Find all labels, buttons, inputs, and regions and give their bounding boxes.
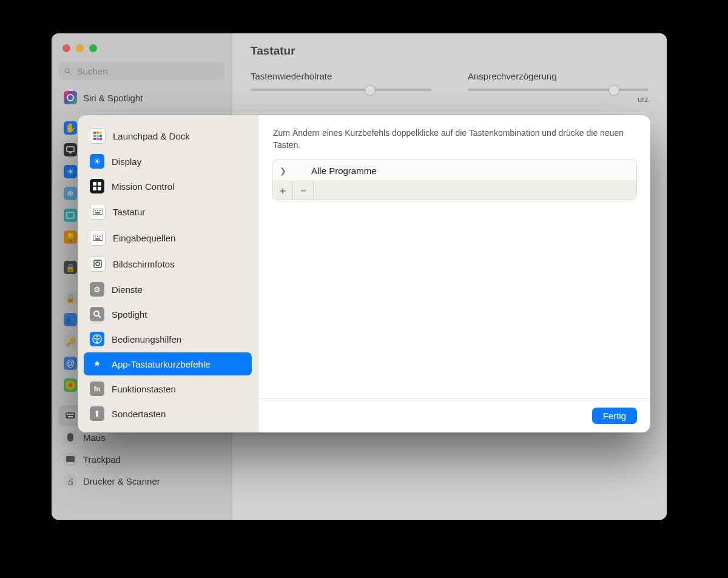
fn-icon: fn (90, 381, 104, 396)
svg-rect-30 (94, 260, 101, 267)
slider-label-delay: Ansprechverzögerung (468, 71, 649, 81)
category-item[interactable]: Bildschirmfotos (84, 252, 252, 276)
gears-icon: ⚙ (90, 282, 104, 297)
svg-rect-3 (67, 147, 74, 152)
svg-point-23 (99, 210, 101, 211)
sidebar-item-label: Drucker & Scanner (83, 476, 160, 486)
category-item[interactable]: Tastatur (84, 200, 252, 224)
table-toolbar: ＋ － (272, 181, 636, 200)
close-button[interactable] (62, 44, 70, 52)
category-item[interactable]: Mission Control (84, 175, 252, 198)
bulb-icon: 💡 (64, 230, 77, 244)
category-label: Eingabequellen (113, 233, 175, 243)
display-icon (64, 143, 77, 156)
category-item[interactable]: Eingabequellen (84, 226, 252, 250)
done-button[interactable]: Fertig (592, 408, 637, 424)
svg-point-21 (95, 210, 96, 211)
category-item[interactable]: Launchpad & Dock (84, 124, 252, 148)
category-label: Tastatur (113, 207, 145, 217)
key-icon: 🔑 (64, 335, 77, 348)
window-controls (59, 39, 224, 62)
svg-rect-7 (67, 414, 68, 415)
category-item[interactable]: ⚙Dienste (84, 278, 252, 301)
gamecenter-icon (64, 378, 77, 392)
category-item[interactable]: Spotlight (84, 303, 252, 326)
svg-rect-17 (98, 182, 101, 186)
category-label: Display (112, 156, 141, 167)
category-item[interactable]: ⬆Sondertasten (84, 402, 252, 425)
key-repeat-slider[interactable] (251, 89, 431, 91)
shortcuts-table: ❯ Alle Programme ＋ － (272, 160, 637, 200)
table-row[interactable]: ❯ Alle Programme (272, 160, 636, 181)
siri-icon (64, 91, 77, 104)
svg-point-2 (67, 95, 73, 101)
add-button[interactable]: ＋ (272, 181, 293, 200)
category-item[interactable]: fnFunktionstasten (84, 377, 252, 400)
svg-point-32 (94, 311, 99, 316)
svg-rect-20 (93, 209, 103, 215)
hand-icon: ✋ (64, 121, 77, 135)
sidebar-item-label: Siri & Spotlight (83, 93, 143, 103)
search-field[interactable] (59, 62, 224, 80)
svg-rect-12 (67, 433, 73, 442)
sheet-main: Zum Ändern eines Kurzbefehls doppelklick… (258, 115, 650, 432)
flower-icon: ❄ (64, 187, 77, 200)
category-label: Dienste (112, 284, 143, 295)
zoom-button[interactable] (89, 44, 97, 52)
svg-rect-19 (98, 187, 101, 190)
short-label: urz (251, 95, 649, 104)
sheet-footer: Fertig (258, 398, 650, 432)
category-item[interactable]: Bedienungshilfen (84, 328, 252, 351)
sidebar-item[interactable]: Trackpad (59, 449, 224, 469)
search-icon (64, 67, 72, 76)
launchpad-icon (90, 128, 106, 144)
sidebar-item[interactable]: 🖨Drucker & Scanner (59, 471, 224, 491)
svg-rect-24 (95, 212, 100, 213)
svg-point-28 (99, 236, 101, 237)
chevron-right-icon: ❯ (280, 166, 291, 175)
svg-point-22 (97, 210, 98, 211)
svg-point-35 (96, 336, 98, 338)
svg-rect-13 (66, 456, 75, 462)
category-label: App-Tastaturkurzbefehle (112, 359, 211, 369)
svg-rect-16 (93, 182, 96, 186)
category-label: Spotlight (112, 309, 147, 320)
svg-rect-5 (67, 212, 74, 218)
upkey-icon: ⬆ (90, 406, 104, 421)
printer-icon: 🖨 (64, 474, 77, 488)
svg-line-33 (98, 315, 101, 318)
category-label: Bildschirmfotos (113, 259, 175, 269)
category-item[interactable]: ☀Display (84, 150, 252, 173)
remove-button[interactable]: － (293, 181, 314, 200)
category-label: Bedienungshilfen (112, 334, 181, 344)
svg-rect-25 (93, 235, 103, 241)
category-item[interactable]: App-Tastaturkurzbefehle (84, 352, 252, 375)
keyboard-icon (64, 409, 77, 422)
accessibility-icon (90, 332, 104, 346)
category-sidebar: Launchpad & Dock☀DisplayMission ControlT… (78, 115, 258, 432)
screenshot-icon (64, 209, 77, 222)
delay-slider[interactable] (468, 89, 649, 91)
mouse-icon (64, 431, 77, 444)
sidebar-item-label: Trackpad (83, 454, 121, 465)
trackpad-icon (64, 452, 77, 466)
category-label: Sondertasten (112, 409, 166, 419)
users-icon: 👥 (64, 313, 77, 326)
svg-rect-8 (69, 414, 70, 415)
page-title: Tastatur (251, 44, 649, 58)
lock-icon: 🔒 (64, 261, 77, 274)
at-icon: @ (64, 357, 77, 370)
sidebar-item-label: Maus (83, 432, 106, 443)
search-input[interactable] (76, 66, 220, 77)
svg-point-31 (96, 262, 99, 266)
sidebar-item[interactable]: Siri & Spotlight (59, 87, 224, 108)
shortcuts-sheet: Launchpad & Dock☀DisplayMission ControlT… (78, 115, 650, 432)
magnify-icon (90, 307, 104, 321)
slider-label-repeat: Tastenwiederholrate (251, 71, 431, 81)
sheet-description: Zum Ändern eines Kurzbefehls doppelklick… (258, 115, 650, 160)
svg-rect-18 (93, 187, 96, 190)
minimize-button[interactable] (76, 44, 84, 52)
row-group-label: Alle Programme (311, 166, 377, 176)
camera-icon (90, 256, 106, 272)
app-icon (90, 357, 104, 371)
